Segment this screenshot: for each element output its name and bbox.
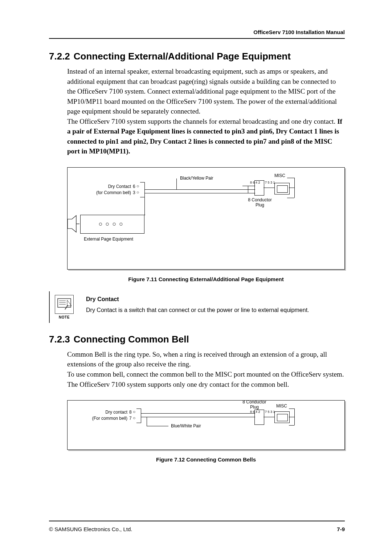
fig711-plug-label: 8 Conductor Plug <box>245 197 274 208</box>
fig711-common-bell-label: (for Common bell) <box>93 190 131 195</box>
footer-copyright: © SAMSUNG Electronics Co., Ltd. <box>49 526 132 532</box>
s722-para-a: Instead of an internal speaker, external… <box>67 67 337 115</box>
fig711-pins-left: 7 5 3 1 <box>265 181 275 184</box>
fig712-pins-right: 8 6 4 2 <box>250 410 260 414</box>
fig712-misc-port-icon <box>274 411 290 423</box>
section-7-2-2-body: Instead of an internal speaker, external… <box>67 66 345 156</box>
header-rule <box>49 38 345 39</box>
section-title: Connecting Common Bell <box>74 334 189 345</box>
page-content: 7.2.2Connecting External/Additional Page… <box>49 51 345 514</box>
section-number: 7.2.2 <box>49 51 70 62</box>
figure-7-11: Dry Contact (for Common bell) 6 3 ○ ○ Bl… <box>67 167 345 270</box>
figure-7-11-caption: Figure 7.11 Connecting External/Addition… <box>67 276 345 282</box>
fig711-external-eq-box: ○○○○ <box>80 215 144 234</box>
section-7-2-3-body: Common Bell is the ring type. So, when a… <box>67 349 345 389</box>
fig711-pins-right: 8 6 4 2 <box>250 181 260 184</box>
fig712-misc-label: MISC <box>276 403 287 409</box>
fig711-misc-label: MISC <box>274 173 285 178</box>
fig712-dry-contact-label: Dry contact <box>95 410 127 415</box>
svg-marker-0 <box>68 216 76 232</box>
note-label: NOTE <box>59 315 70 319</box>
fig711-ext-eq-label: External Page Equipment <box>84 237 133 242</box>
fig712-pin8: 8 <box>129 410 132 415</box>
fig712-common-bell-label: (For common bell) <box>89 416 127 421</box>
fig712-pin7: 7 <box>129 416 132 421</box>
header-doc-title: OfficeServ 7100 Installation Manual <box>253 29 345 35</box>
footer-rule <box>49 521 345 521</box>
section-title: Connecting External/Additional Page Equi… <box>74 51 291 62</box>
footer-page-number: 7-9 <box>337 526 345 532</box>
s722-para-b: The OfficeServ 7100 system supports the … <box>67 118 337 125</box>
note-icon <box>55 295 74 314</box>
fig712-pair-label: Blue/White Pair <box>171 423 201 428</box>
fig711-misc-port-icon <box>274 183 290 194</box>
note-body: Dry Contact is a switch that can connect… <box>86 306 309 315</box>
fig712-plug-label: 8 Conductor Plug <box>240 399 269 410</box>
fig711-horn-icon <box>68 215 79 233</box>
fig711-pin6: 6 <box>133 184 135 189</box>
figure-7-12: Dry contact (For common bell) 8 7 ○ ○ Bl… <box>67 400 345 450</box>
figure-7-12-caption: Figure 7.12 Connecting Common Bells <box>67 456 345 463</box>
document-page: OfficeServ 7100 Installation Manual 7.2.… <box>0 0 392 554</box>
note-dry-contact: NOTE Dry Contact Dry Contact is a switch… <box>49 291 345 323</box>
section-7-2-2-heading: 7.2.2Connecting External/Additional Page… <box>49 51 345 62</box>
fig712-pins-left: 7 5 3 1 <box>265 410 275 414</box>
fig711-pair-label: Black/Yellow Pair <box>180 176 213 181</box>
fig711-dry-contact-label: Dry Contact <box>98 184 131 189</box>
section-number: 7.2.3 <box>49 334 70 345</box>
fig711-pin3: 3 <box>133 190 135 195</box>
section-7-2-3-heading: 7.2.3Connecting Common Bell <box>49 334 345 345</box>
note-title: Dry Contact <box>86 295 309 304</box>
